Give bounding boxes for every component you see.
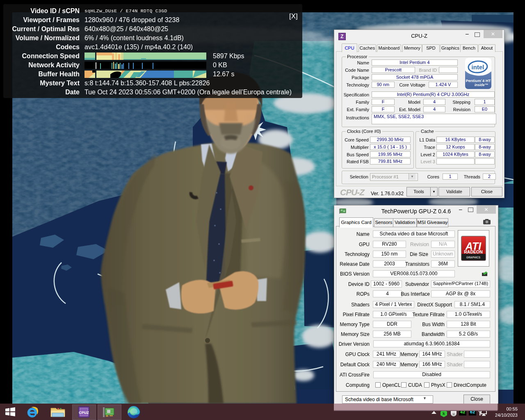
svg-text:GRAPHICS: GRAPHICS xyxy=(466,256,481,259)
svg-text:intel: intel xyxy=(472,64,484,71)
svg-text:inside™: inside™ xyxy=(475,83,488,87)
svg-text:CPUZ: CPUZ xyxy=(79,411,89,415)
svg-text:Pentium´4 HT: Pentium´4 HT xyxy=(466,78,491,83)
svg-text:RADEON: RADEON xyxy=(464,249,483,254)
svg-text:k: k xyxy=(443,411,445,416)
svg-text:✕: ✕ xyxy=(452,413,455,416)
